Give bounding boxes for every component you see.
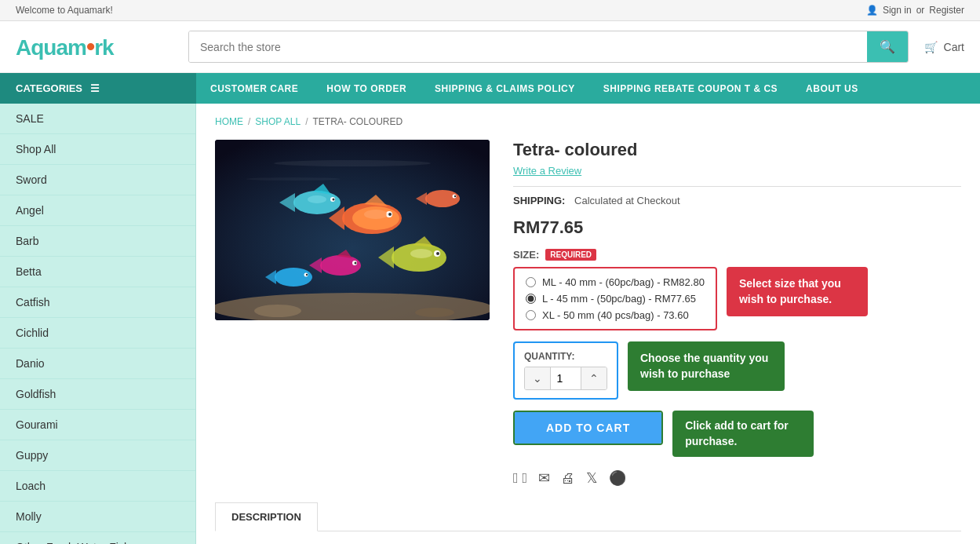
quantity-hint: Choose the quantity you wish to purchase (628, 341, 785, 391)
search-bar: 🔍 (188, 31, 909, 63)
sidebar-item-betta[interactable]: Betta (0, 257, 195, 287)
shipping-value: Calculated at Checkout (574, 195, 679, 206)
size-option-xl[interactable]: XL - 50 mm (40 pcs/bag) - 73.60 (526, 309, 705, 321)
quantity-label: QUANTITY: (524, 351, 607, 362)
email-icon[interactable]: ✉ (538, 469, 550, 487)
size-text: SIZE: (513, 249, 539, 261)
cart-hint: Click add to cart for purchase. (672, 411, 814, 457)
add-to-cart-wrapper: ADD TO CART Click add to cart for purcha… (513, 411, 961, 457)
svg-point-38 (246, 177, 341, 181)
svg-point-22 (436, 252, 439, 255)
divider-1 (513, 186, 961, 187)
svg-point-24 (320, 255, 361, 276)
sidebar-item-angel[interactable]: Angel (0, 195, 195, 226)
twitter-icon[interactable]: 𝕏 (586, 469, 598, 487)
menu-icon: ☰ (90, 82, 100, 94)
breadcrumb: HOME / SHOP ALL / TETRA- COLOURED (215, 116, 961, 127)
size-options-wrapper: ML - 40 mm - (60pc/bag) - RM82.80 L - 45… (513, 267, 961, 330)
product-details: Tetra- coloured Write a Review SHIPPING:… (513, 140, 961, 502)
facebook-icon[interactable]:  🖹 (513, 470, 527, 487)
search-input[interactable] (189, 31, 867, 62)
sidebar-item-loach[interactable]: Loach (0, 471, 195, 502)
breadcrumb-shop-all[interactable]: SHOP ALL (255, 116, 301, 127)
quantity-input[interactable] (550, 367, 581, 389)
cart-icon: 🛒 (924, 41, 938, 53)
sidebar-item-shop-all[interactable]: Shop All (0, 134, 195, 165)
svg-point-36 (306, 274, 308, 276)
svg-point-3 (254, 305, 301, 317)
main-nav: CATEGORIES ☰ CUSTOMER CARE HOW TO ORDER … (0, 73, 980, 104)
sidebar-item-goldfish[interactable]: Goldfish (0, 379, 195, 410)
categories-label: CATEGORIES (16, 82, 82, 94)
nav-links: CUSTOMER CARE HOW TO ORDER SHIPPING & CL… (196, 73, 873, 104)
top-bar: Welcome to Aquamark! 👤 Sign in or Regist… (0, 0, 980, 21)
svg-point-10 (388, 213, 392, 216)
signin-link[interactable]: Sign in (883, 5, 912, 16)
svg-point-32 (454, 195, 456, 197)
sidebar-item-barb[interactable]: Barb (0, 226, 195, 257)
shipping-info: SHIPPING: Calculated at Checkout (513, 195, 961, 206)
cart-area[interactable]: 🛒 Cart (924, 41, 964, 53)
social-icons:  🖹 ✉ 🖨 𝕏 ⚫ (513, 469, 961, 487)
sidebar-item-guppy[interactable]: Guppy (0, 440, 195, 471)
search-button[interactable]: 🔍 (867, 31, 908, 62)
categories-menu[interactable]: CATEGORIES ☰ (0, 73, 196, 104)
size-option-l[interactable]: L - 45 mm - (50pc/bag) - RM77.65 (526, 293, 705, 305)
nav-about-us[interactable]: ABOUT US (792, 74, 873, 104)
breadcrumb-sep2: / (305, 116, 308, 127)
sidebar-item-sword[interactable]: Sword (0, 165, 195, 195)
size-hint: Select size that you wish to purchase. (727, 267, 868, 316)
product-price: RM77.65 (513, 217, 961, 238)
svg-point-23 (410, 249, 432, 258)
sidebar-item-sale[interactable]: SALE (0, 104, 195, 134)
sidebar-item-other[interactable]: Other Fresh Water Fishes (0, 532, 195, 544)
top-bar-right: 👤 Sign in or Register (866, 5, 964, 16)
description-tabs: DESCRIPTION (215, 502, 961, 531)
welcome-text: Welcome to Aquamark! (16, 5, 113, 16)
breadcrumb-current: TETRA- COLOURED (313, 116, 403, 127)
add-to-cart-button[interactable]: ADD TO CART (515, 412, 661, 444)
size-radio-l[interactable] (526, 294, 536, 304)
breadcrumb-home[interactable]: HOME (215, 116, 243, 127)
nav-customer-care[interactable]: CUSTOMER CARE (196, 74, 312, 104)
size-radio-ml[interactable] (526, 277, 536, 287)
sidebar-item-danio[interactable]: Danio (0, 349, 195, 379)
svg-point-17 (308, 195, 326, 203)
product-image (215, 140, 490, 320)
tab-description[interactable]: DESCRIPTION (215, 502, 318, 531)
pinterest-icon[interactable]: ⚫ (609, 469, 626, 487)
add-to-cart-container: ADD TO CART (513, 411, 663, 445)
sidebar-item-cichlid[interactable]: Cichlid (0, 318, 195, 349)
nav-shipping-rebate[interactable]: SHIPPING REBATE COUPON T & CS (589, 74, 792, 104)
quantity-box: QUANTITY: ⌄ ⌃ (513, 341, 618, 400)
quantity-increase-button[interactable]: ⌃ (581, 367, 607, 389)
quantity-decrease-button[interactable]: ⌄ (525, 367, 550, 389)
nav-shipping-claims[interactable]: SHIPPING & CLAIMS POLICY (421, 74, 589, 104)
size-option-ml[interactable]: ML - 40 mm - (60pc/bag) - RM82.80 (526, 276, 705, 288)
product-title: Tetra- coloured (513, 140, 961, 160)
size-label-xl: XL - 50 mm (40 pcs/bag) - 73.60 (542, 309, 689, 321)
or-text: or (916, 5, 925, 16)
size-section-label: SIZE: REQUIRED (513, 249, 961, 261)
print-icon[interactable]: 🖨 (561, 470, 575, 487)
header: Aquam•rk 🔍 🛒 Cart (0, 21, 980, 73)
breadcrumb-sep1: / (248, 116, 250, 127)
sidebar-item-catfish[interactable]: Catfish (0, 287, 195, 318)
sidebar-item-gourami[interactable]: Gourami (0, 410, 195, 440)
size-label-l: L - 45 mm - (50pc/bag) - RM77.65 (542, 293, 696, 305)
svg-point-33 (275, 268, 312, 287)
main-content: HOME / SHOP ALL / TETRA- COLOURED (196, 104, 980, 544)
svg-point-11 (364, 210, 388, 219)
svg-point-29 (425, 190, 460, 207)
quantity-controls: ⌄ ⌃ (524, 367, 607, 390)
write-review-link[interactable]: Write a Review (513, 165, 961, 177)
svg-point-16 (333, 199, 335, 201)
sidebar-item-molly[interactable]: Molly (0, 502, 195, 532)
register-link[interactable]: Register (929, 5, 964, 16)
main-layout: SALE Shop All Sword Angel Barb Betta Cat… (0, 104, 980, 544)
sidebar: SALE Shop All Sword Angel Barb Betta Cat… (0, 104, 196, 544)
size-radio-xl[interactable] (526, 310, 536, 320)
shipping-label: SHIPPING: (513, 195, 565, 206)
nav-how-to-order[interactable]: HOW TO ORDER (312, 74, 421, 104)
cart-label: Cart (944, 41, 964, 53)
